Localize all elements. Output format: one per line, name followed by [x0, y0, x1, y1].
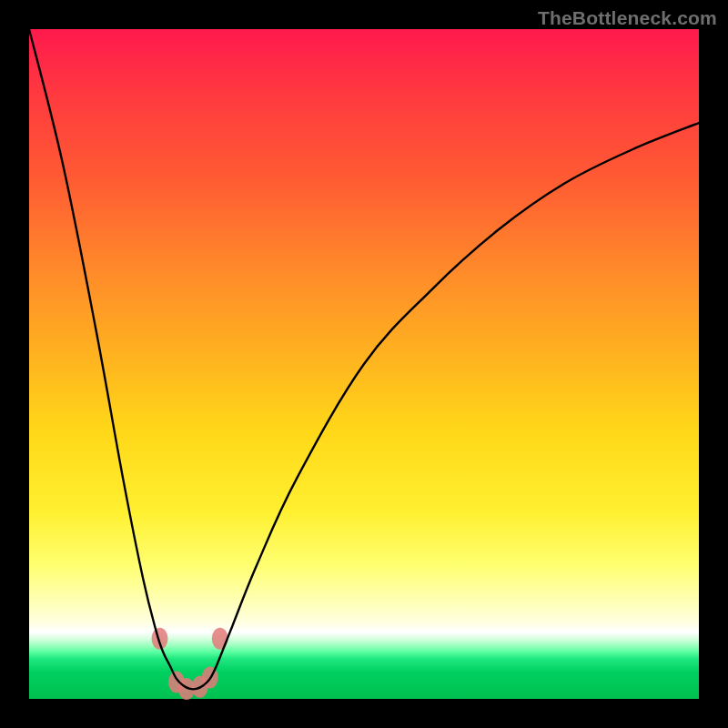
- data-marker: [212, 628, 228, 650]
- bottleneck-curve: [29, 29, 699, 689]
- curve-layer: [29, 29, 699, 699]
- chart-frame: TheBottleneck.com: [0, 0, 728, 728]
- watermark-text: TheBottleneck.com: [538, 7, 717, 29]
- plot-area: [29, 29, 699, 699]
